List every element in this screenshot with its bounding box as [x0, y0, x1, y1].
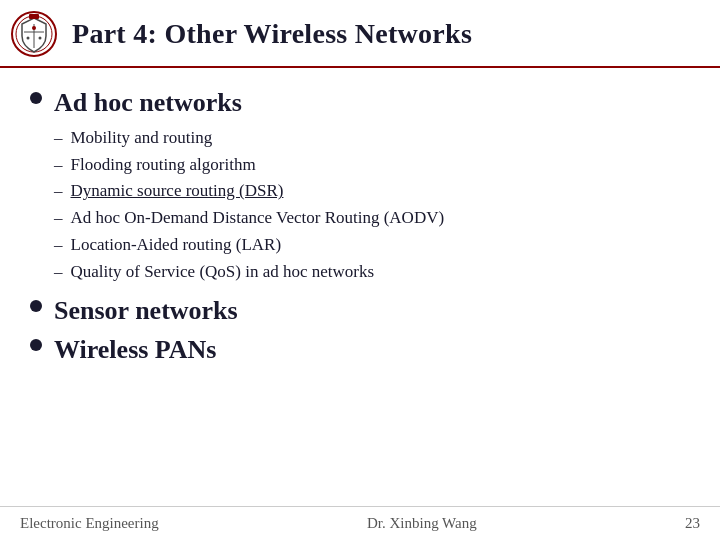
bullet-sensor: Sensor networks [30, 294, 690, 328]
bullet-dot-sensor [30, 300, 42, 312]
adhoc-sub-bullets: – Mobility and routing – Flooding routin… [54, 126, 690, 284]
slide: Part 4: Other Wireless Networks Ad hoc n… [0, 0, 720, 540]
sub-bullet-text-5: Quality of Service (QoS) in ad hoc netwo… [71, 260, 375, 284]
sub-bullet-text-1: Flooding routing algorithm [71, 153, 256, 177]
dash-5: – [54, 260, 63, 284]
dash-1: – [54, 153, 63, 177]
dash-2: – [54, 179, 63, 203]
bullet-main-wpan: Wireless PANs [30, 333, 690, 367]
slide-title: Part 4: Other Wireless Networks [72, 18, 472, 50]
svg-rect-7 [29, 14, 39, 19]
sub-bullet-5: – Quality of Service (QoS) in ad hoc net… [54, 260, 690, 284]
university-logo [10, 10, 58, 58]
sub-bullet-text-3: Ad hoc On-Demand Distance Vector Routing… [71, 206, 445, 230]
sub-bullet-text-2: Dynamic source routing (DSR) [71, 179, 284, 203]
bullet-wpan: Wireless PANs [30, 333, 690, 367]
adhoc-label: Ad hoc networks [54, 86, 242, 120]
bullet-adhoc: Ad hoc networks – Mobility and routing –… [30, 86, 690, 284]
sub-bullet-1: – Flooding routing algorithm [54, 153, 690, 177]
svg-point-6 [39, 37, 42, 40]
bullet-dot-wpan [30, 339, 42, 351]
bullet-main-adhoc: Ad hoc networks [30, 86, 690, 120]
footer-institution: Electronic Engineering [20, 515, 159, 532]
wpan-label: Wireless PANs [54, 333, 217, 367]
sub-bullet-2: – Dynamic source routing (DSR) [54, 179, 690, 203]
dash-0: – [54, 126, 63, 150]
dash-3: – [54, 206, 63, 230]
sub-bullet-0: – Mobility and routing [54, 126, 690, 150]
sub-bullet-text-0: Mobility and routing [71, 126, 213, 150]
sub-bullet-4: – Location-Aided routing (LAR) [54, 233, 690, 257]
slide-footer: Electronic Engineering Dr. Xinbing Wang … [0, 506, 720, 540]
dash-4: – [54, 233, 63, 257]
footer-page-number: 23 [685, 515, 700, 532]
svg-point-4 [32, 26, 36, 30]
svg-point-5 [27, 37, 30, 40]
sub-bullet-3: – Ad hoc On-Demand Distance Vector Routi… [54, 206, 690, 230]
slide-header: Part 4: Other Wireless Networks [0, 0, 720, 68]
sub-bullet-text-4: Location-Aided routing (LAR) [71, 233, 282, 257]
bullet-dot-adhoc [30, 92, 42, 104]
bullet-main-sensor: Sensor networks [30, 294, 690, 328]
sensor-label: Sensor networks [54, 294, 238, 328]
footer-author: Dr. Xinbing Wang [367, 515, 477, 532]
slide-content: Ad hoc networks – Mobility and routing –… [0, 78, 720, 367]
